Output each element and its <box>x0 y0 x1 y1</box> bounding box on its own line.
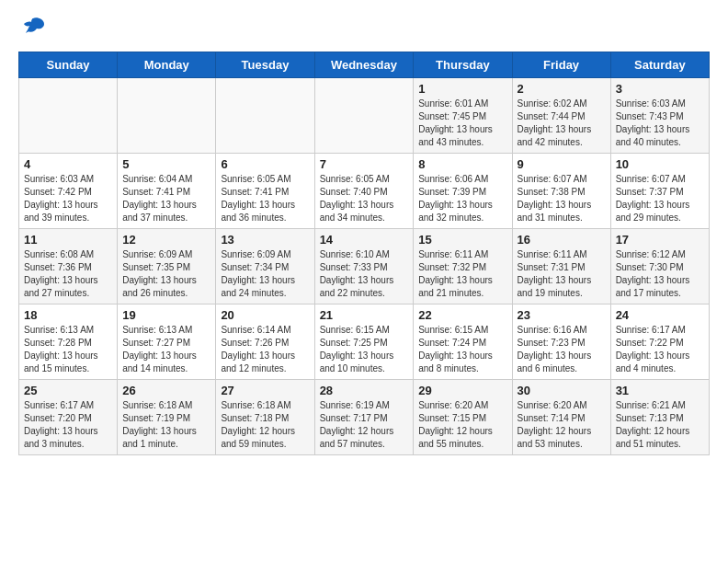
calendar-cell <box>19 78 118 154</box>
calendar-cell: 4Sunrise: 6:03 AM Sunset: 7:42 PM Daylig… <box>19 154 118 229</box>
day-number: 20 <box>221 308 309 322</box>
calendar-cell <box>216 78 314 154</box>
day-info: Sunrise: 6:18 AM Sunset: 7:18 PM Dayligh… <box>221 399 309 451</box>
day-info: Sunrise: 6:20 AM Sunset: 7:14 PM Dayligh… <box>518 399 606 451</box>
calendar-cell: 30Sunrise: 6:20 AM Sunset: 7:14 PM Dayli… <box>512 380 610 455</box>
day-info: Sunrise: 6:09 AM Sunset: 7:35 PM Dayligh… <box>122 248 210 300</box>
day-number: 5 <box>122 157 210 171</box>
day-info: Sunrise: 6:17 AM Sunset: 7:22 PM Dayligh… <box>616 324 704 375</box>
calendar-cell <box>314 78 414 154</box>
day-info: Sunrise: 6:20 AM Sunset: 7:15 PM Dayligh… <box>418 399 506 451</box>
calendar-cell: 18Sunrise: 6:13 AM Sunset: 7:28 PM Dayli… <box>19 304 118 380</box>
day-info: Sunrise: 6:09 AM Sunset: 7:34 PM Dayligh… <box>221 248 309 300</box>
day-header-sunday: Sunday <box>19 52 118 78</box>
day-header-saturday: Saturday <box>610 52 709 78</box>
calendar-cell: 8Sunrise: 6:06 AM Sunset: 7:39 PM Daylig… <box>414 154 512 229</box>
day-number: 17 <box>616 233 704 247</box>
day-info: Sunrise: 6:10 AM Sunset: 7:33 PM Dayligh… <box>320 248 409 300</box>
logo-bird-icon <box>20 17 46 40</box>
calendar-week-4: 18Sunrise: 6:13 AM Sunset: 7:28 PM Dayli… <box>19 304 710 380</box>
calendar-cell: 13Sunrise: 6:09 AM Sunset: 7:34 PM Dayli… <box>216 229 314 304</box>
logo <box>18 18 46 42</box>
day-info: Sunrise: 6:07 AM Sunset: 7:38 PM Dayligh… <box>518 173 606 224</box>
day-number: 11 <box>24 233 112 247</box>
calendar-cell <box>118 78 216 154</box>
day-number: 24 <box>616 308 704 322</box>
calendar-cell: 31Sunrise: 6:21 AM Sunset: 7:13 PM Dayli… <box>610 380 709 455</box>
calendar-cell: 27Sunrise: 6:18 AM Sunset: 7:18 PM Dayli… <box>216 380 314 455</box>
day-info: Sunrise: 6:02 AM Sunset: 7:44 PM Dayligh… <box>518 98 606 149</box>
calendar-cell: 10Sunrise: 6:07 AM Sunset: 7:37 PM Dayli… <box>610 154 709 229</box>
day-number: 16 <box>518 233 606 247</box>
page-header <box>18 18 710 42</box>
calendar-week-2: 4Sunrise: 6:03 AM Sunset: 7:42 PM Daylig… <box>19 154 710 229</box>
day-number: 21 <box>320 308 409 322</box>
calendar-cell: 3Sunrise: 6:03 AM Sunset: 7:43 PM Daylig… <box>610 78 709 154</box>
day-number: 23 <box>518 308 606 322</box>
day-number: 12 <box>122 233 210 247</box>
calendar-cell: 26Sunrise: 6:18 AM Sunset: 7:19 PM Dayli… <box>118 380 216 455</box>
calendar-cell: 22Sunrise: 6:15 AM Sunset: 7:24 PM Dayli… <box>414 304 512 380</box>
day-number: 10 <box>616 157 704 171</box>
day-info: Sunrise: 6:07 AM Sunset: 7:37 PM Dayligh… <box>616 173 704 224</box>
day-info: Sunrise: 6:14 AM Sunset: 7:26 PM Dayligh… <box>221 324 309 375</box>
calendar-cell: 14Sunrise: 6:10 AM Sunset: 7:33 PM Dayli… <box>314 229 414 304</box>
calendar-cell: 17Sunrise: 6:12 AM Sunset: 7:30 PM Dayli… <box>610 229 709 304</box>
day-info: Sunrise: 6:11 AM Sunset: 7:31 PM Dayligh… <box>518 248 606 300</box>
day-info: Sunrise: 6:01 AM Sunset: 7:45 PM Dayligh… <box>418 98 506 149</box>
day-number: 6 <box>221 157 309 171</box>
day-number: 4 <box>24 157 112 171</box>
day-number: 15 <box>418 233 506 247</box>
day-info: Sunrise: 6:05 AM Sunset: 7:40 PM Dayligh… <box>320 173 409 224</box>
calendar-week-3: 11Sunrise: 6:08 AM Sunset: 7:36 PM Dayli… <box>19 229 710 304</box>
day-info: Sunrise: 6:16 AM Sunset: 7:23 PM Dayligh… <box>518 324 606 375</box>
day-number: 19 <box>122 308 210 322</box>
day-number: 13 <box>221 233 309 247</box>
day-info: Sunrise: 6:11 AM Sunset: 7:32 PM Dayligh… <box>418 248 506 300</box>
day-info: Sunrise: 6:08 AM Sunset: 7:36 PM Dayligh… <box>24 248 112 300</box>
day-info: Sunrise: 6:05 AM Sunset: 7:41 PM Dayligh… <box>221 173 309 224</box>
day-number: 31 <box>616 384 704 397</box>
calendar-cell: 19Sunrise: 6:13 AM Sunset: 7:27 PM Dayli… <box>118 304 216 380</box>
calendar-cell: 24Sunrise: 6:17 AM Sunset: 7:22 PM Dayli… <box>610 304 709 380</box>
calendar-cell: 16Sunrise: 6:11 AM Sunset: 7:31 PM Dayli… <box>512 229 610 304</box>
day-header-tuesday: Tuesday <box>216 52 314 78</box>
day-info: Sunrise: 6:19 AM Sunset: 7:17 PM Dayligh… <box>320 399 409 451</box>
day-info: Sunrise: 6:15 AM Sunset: 7:25 PM Dayligh… <box>320 324 409 375</box>
day-number: 22 <box>418 308 506 322</box>
calendar-week-5: 25Sunrise: 6:17 AM Sunset: 7:20 PM Dayli… <box>19 380 710 455</box>
day-number: 7 <box>320 157 409 171</box>
calendar-week-1: 1Sunrise: 6:01 AM Sunset: 7:45 PM Daylig… <box>19 78 710 154</box>
day-number: 27 <box>221 384 309 397</box>
day-header-thursday: Thursday <box>414 52 512 78</box>
day-number: 26 <box>122 384 210 397</box>
day-number: 14 <box>320 233 409 247</box>
day-number: 2 <box>518 82 606 96</box>
day-number: 25 <box>24 384 112 397</box>
calendar-cell: 9Sunrise: 6:07 AM Sunset: 7:38 PM Daylig… <box>512 154 610 229</box>
day-number: 9 <box>518 157 606 171</box>
day-info: Sunrise: 6:06 AM Sunset: 7:39 PM Dayligh… <box>418 173 506 224</box>
calendar-cell: 7Sunrise: 6:05 AM Sunset: 7:40 PM Daylig… <box>314 154 414 229</box>
calendar-cell: 6Sunrise: 6:05 AM Sunset: 7:41 PM Daylig… <box>216 154 314 229</box>
day-number: 28 <box>320 384 409 397</box>
day-info: Sunrise: 6:03 AM Sunset: 7:42 PM Dayligh… <box>24 173 112 224</box>
calendar-header-row: SundayMondayTuesdayWednesdayThursdayFrid… <box>19 52 710 78</box>
calendar-cell: 2Sunrise: 6:02 AM Sunset: 7:44 PM Daylig… <box>512 78 610 154</box>
day-info: Sunrise: 6:18 AM Sunset: 7:19 PM Dayligh… <box>122 399 210 451</box>
day-info: Sunrise: 6:12 AM Sunset: 7:30 PM Dayligh… <box>616 248 704 300</box>
day-number: 8 <box>418 157 506 171</box>
calendar-cell: 11Sunrise: 6:08 AM Sunset: 7:36 PM Dayli… <box>19 229 118 304</box>
day-number: 1 <box>418 82 506 96</box>
day-info: Sunrise: 6:17 AM Sunset: 7:20 PM Dayligh… <box>24 399 112 451</box>
day-header-wednesday: Wednesday <box>314 52 414 78</box>
day-number: 18 <box>24 308 112 322</box>
day-info: Sunrise: 6:03 AM Sunset: 7:43 PM Dayligh… <box>616 98 704 149</box>
calendar-cell: 23Sunrise: 6:16 AM Sunset: 7:23 PM Dayli… <box>512 304 610 380</box>
day-number: 29 <box>418 384 506 397</box>
calendar-cell: 20Sunrise: 6:14 AM Sunset: 7:26 PM Dayli… <box>216 304 314 380</box>
calendar-cell: 1Sunrise: 6:01 AM Sunset: 7:45 PM Daylig… <box>414 78 512 154</box>
day-info: Sunrise: 6:13 AM Sunset: 7:27 PM Dayligh… <box>122 324 210 375</box>
day-info: Sunrise: 6:13 AM Sunset: 7:28 PM Dayligh… <box>24 324 112 375</box>
calendar-cell: 28Sunrise: 6:19 AM Sunset: 7:17 PM Dayli… <box>314 380 414 455</box>
